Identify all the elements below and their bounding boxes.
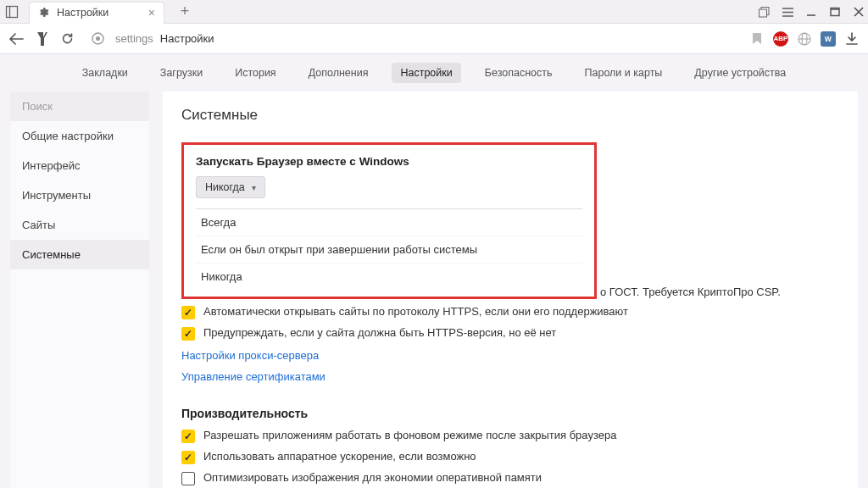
startup-heading: Запускать Браузер вместе с Windows — [196, 155, 582, 168]
startup-select-value: Никогда — [205, 181, 245, 193]
checkbox-icon[interactable] — [181, 472, 195, 485]
globe-icon[interactable] — [797, 31, 812, 47]
topnav-bookmarks[interactable]: Закладки — [74, 63, 136, 83]
sidebar-toggle-icon[interactable] — [5, 5, 19, 19]
row-perf-hwaccel[interactable]: Использовать аппаратное ускорение, если … — [181, 450, 839, 464]
row-perf-optimize-images[interactable]: Оптимизировать изображения для экономии … — [181, 471, 839, 485]
settings-topnav: Закладки Загрузки История Дополнения Нас… — [0, 54, 868, 92]
sidebar-item-tools[interactable]: Инструменты — [10, 180, 149, 210]
row-label: Оптимизировать изображения для экономии … — [203, 471, 542, 484]
row-perf-background[interactable]: Разрешать приложениям работать в фоновом… — [181, 429, 839, 443]
svg-rect-0 — [7, 6, 18, 17]
topnav-history[interactable]: История — [226, 63, 284, 83]
maximize-icon[interactable] — [829, 6, 841, 18]
tab-active[interactable]: Настройки × — [29, 2, 164, 24]
startup-dropdown: Всегда Если он был открыт при завершении… — [196, 208, 582, 290]
topnav-addons[interactable]: Дополнения — [300, 63, 377, 83]
perf-heading: Производительность — [181, 407, 839, 420]
startup-option-if-open[interactable]: Если он был открыт при завершении работы… — [196, 236, 582, 263]
startup-highlight-box: Запускать Браузер вместе с Windows Никог… — [181, 142, 597, 299]
menu-icon[interactable] — [782, 6, 793, 18]
abp-icon[interactable]: ABP — [773, 31, 788, 47]
row-label: Разрешать приложениям работать в фоновом… — [203, 429, 616, 441]
row-https-warn[interactable]: Предупреждать, если у сайта должна быть … — [181, 326, 839, 341]
sidebar-search[interactable]: Поиск — [10, 92, 149, 121]
sidebar-item-system[interactable]: Системные — [10, 240, 149, 269]
main-area: Поиск Общие настройки Интерфейс Инструме… — [0, 92, 868, 488]
copy-window-icon[interactable] — [758, 6, 770, 18]
title-bar: Настройки × + — [0, 0, 868, 24]
checkbox-icon[interactable] — [181, 430, 195, 443]
address-right: ABP w — [749, 31, 860, 47]
checkbox-icon[interactable] — [181, 451, 195, 464]
checkbox-icon[interactable] — [181, 306, 195, 319]
row-https-auto[interactable]: Автоматически открывать сайты по протоко… — [181, 305, 839, 319]
topnav-security[interactable]: Безопасность — [476, 63, 561, 83]
reload-icon[interactable] — [59, 31, 75, 47]
topnav-settings[interactable]: Настройки — [392, 63, 460, 83]
startup-select[interactable]: Никогда ▾ — [196, 176, 265, 198]
download-icon[interactable] — [844, 31, 860, 47]
address-field[interactable]: settings Настройки — [115, 32, 739, 45]
startup-option-never[interactable]: Никогда — [196, 263, 582, 290]
row-label: Использовать аппаратное ускорение, если … — [203, 450, 476, 463]
yandex-logo-icon[interactable] — [34, 31, 49, 47]
vk-icon[interactable]: w — [821, 31, 836, 47]
address-path-dim: settings — [115, 32, 153, 45]
link-proxy-settings[interactable]: Настройки прокси-сервера — [181, 349, 839, 362]
sidebar-item-sites[interactable]: Сайты — [10, 210, 149, 240]
close-icon[interactable] — [853, 6, 865, 18]
tab-close-icon[interactable]: × — [148, 6, 155, 19]
checkbox-icon[interactable] — [181, 327, 195, 341]
site-info-icon[interactable] — [90, 31, 105, 47]
bookmark-icon[interactable] — [749, 31, 765, 47]
titlebar-left: Настройки × + — [5, 0, 193, 24]
startup-option-always[interactable]: Всегда — [196, 209, 582, 236]
svg-rect-3 — [759, 9, 766, 17]
chevron-down-icon: ▾ — [252, 183, 256, 192]
topnav-downloads[interactable]: Загрузки — [152, 63, 211, 83]
row-label: Предупреждать, если у сайта должна быть … — [203, 326, 556, 339]
sidebar-item-general[interactable]: Общие настройки — [10, 121, 149, 151]
address-bar: settings Настройки ABP w — [0, 24, 868, 54]
topnav-passwords[interactable]: Пароли и карты — [576, 63, 671, 83]
sidebar-item-interface[interactable]: Интерфейс — [10, 151, 149, 180]
topnav-other-devices[interactable]: Другие устройства — [686, 63, 794, 83]
gost-trail-text: о ГОСТ. Требуется КриптоПро CSP. — [600, 286, 839, 298]
tab-title: Настройки — [57, 7, 142, 19]
gear-icon — [38, 7, 50, 19]
page-title: Системные — [181, 107, 839, 124]
settings-content: Системные Запускать Браузер вместе с Win… — [163, 92, 858, 488]
address-path: Настройки — [160, 32, 214, 45]
svg-point-13 — [96, 36, 100, 41]
minimize-icon[interactable] — [805, 6, 817, 18]
back-icon[interactable] — [8, 31, 24, 47]
link-manage-certs[interactable]: Управление сертификатами — [181, 370, 839, 383]
new-tab-button[interactable]: + — [176, 3, 193, 20]
settings-sidebar: Поиск Общие настройки Интерфейс Инструме… — [10, 92, 149, 488]
titlebar-right — [758, 0, 865, 24]
row-label: Автоматически открывать сайты по протоко… — [203, 305, 628, 318]
